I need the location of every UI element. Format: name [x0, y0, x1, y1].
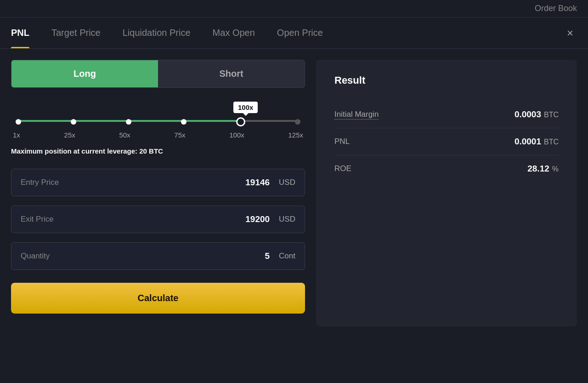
result-row-initial-margin: Initial Margin 0.0003BTC [334, 101, 559, 128]
quantity-field[interactable]: Quantity 5 Cont [11, 242, 305, 270]
leverage-section: 100x 1x 25x 50x [11, 97, 305, 160]
exit-price-value: 19200 [245, 214, 270, 224]
short-button[interactable]: Short [158, 60, 305, 87]
tab-open-price[interactable]: Open Price [277, 17, 323, 48]
pnl-label: PNL [334, 137, 350, 146]
left-panel: Long Short 100x [11, 60, 305, 326]
quantity-value: 5 [265, 251, 270, 261]
slider-dot-1x [16, 119, 21, 125]
tab-pnl[interactable]: PNL [11, 17, 29, 48]
calculate-button[interactable]: Calculate [11, 283, 305, 314]
slider-handle-100x[interactable] [236, 117, 245, 126]
tab-max-open[interactable]: Max Open [213, 17, 255, 48]
exit-price-field[interactable]: Exit Price 19200 USD [11, 206, 305, 233]
tab-target-price[interactable]: Target Price [51, 17, 101, 48]
tab-liquidation-price[interactable]: Liquidation Price [123, 17, 191, 48]
long-short-toggle: Long Short [11, 60, 305, 88]
slider-dot-125x [295, 119, 300, 125]
tab-bar: PNL Target Price Liquidation Price Max O… [0, 17, 588, 49]
max-position-text: Maximum position at current leverage: 20… [11, 147, 305, 155]
entry-price-label: Entry Price [21, 178, 240, 187]
result-title: Result [334, 74, 559, 86]
result-row-pnl: PNL 0.0001BTC [334, 128, 559, 155]
slider-labels: 1x 25x 50x 75x 100x 125x [13, 131, 303, 139]
roe-value: 28.12% [527, 164, 559, 174]
quantity-label: Quantity [21, 252, 260, 261]
leverage-bubble: 100x [233, 102, 258, 113]
slider-dot-25x [71, 119, 76, 125]
order-book-label: Order Book [535, 4, 577, 13]
long-button[interactable]: Long [11, 60, 158, 87]
roe-label: ROE [334, 164, 351, 173]
main-content: Long Short 100x [0, 49, 588, 337]
exit-price-unit: USD [279, 215, 295, 224]
slider-dot-50x [126, 119, 131, 125]
max-position-value: 20 BTC [139, 147, 163, 155]
entry-price-field[interactable]: Entry Price 19146 USD [11, 169, 305, 196]
quantity-unit: Cont [279, 252, 295, 261]
slider-dot-75x [181, 119, 187, 125]
initial-margin-label: Initial Margin [334, 110, 379, 120]
entry-price-unit: USD [279, 178, 295, 187]
entry-price-value: 19146 [245, 177, 270, 188]
initial-margin-value: 0.0003BTC [514, 109, 559, 120]
exit-price-label: Exit Price [21, 215, 240, 224]
pnl-value: 0.0001BTC [514, 137, 559, 147]
top-bar: Order Book [0, 0, 588, 17]
leverage-slider-container: 100x 1x 25x 50x [11, 102, 305, 143]
result-row-roe: ROE 28.12% [334, 155, 559, 182]
result-panel: Result Initial Margin 0.0003BTC PNL 0.00… [316, 60, 577, 326]
close-button[interactable]: × [563, 24, 577, 42]
